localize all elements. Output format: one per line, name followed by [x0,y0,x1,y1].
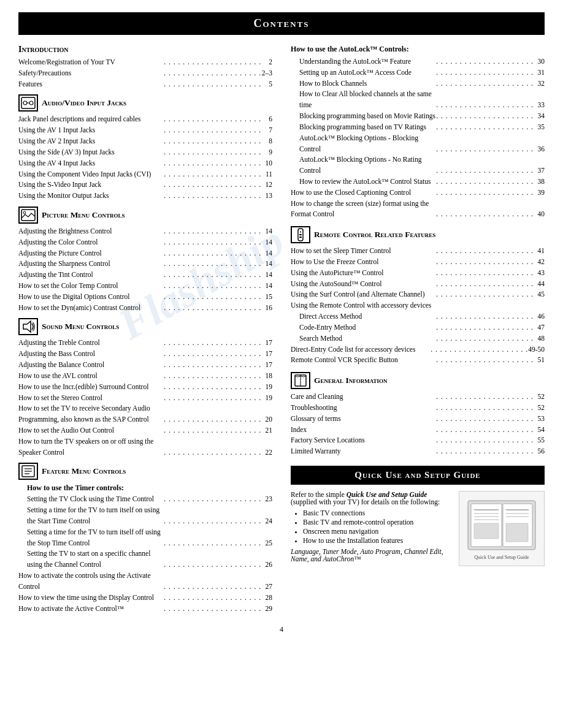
toc-entry: Setting a time for the TV to turn itself… [18,505,272,527]
picture-icon [18,207,38,224]
toc-entry: Jack Panel descriptions and required cab… [18,114,272,125]
autolock-subheader: How to use the AutoLock™ Controls: [291,45,545,54]
toc-dots-page: . . . . . . . . . . . . . . . . . . . . … [436,246,545,257]
toc-page-num: 45 [534,289,545,300]
svg-point-1 [23,101,27,105]
toc-entry: How to use the Incr.(edible) Surround Co… [18,382,272,393]
quick-use-intro-prefix: Refer to the simple [291,491,347,498]
toc-dots-page: . . . . . . . . . . . . . . . . . . . . … [436,425,545,436]
quick-use-intro-rest: (supplied with your TV) for details on t… [291,498,440,506]
toc-dots: . . . . . . . . . . . . . . . . . . . . … [164,338,261,349]
toc-dots-page: . . . . . . . . . . . . . . . . . . . . … [164,237,272,248]
toc-entry: Safety/Precautions . . . . . . . . . . .… [18,68,272,79]
toc-entry: How to set the TV to receive Secondary A… [18,403,272,425]
toc-page-num: 2–3 [261,68,272,79]
toc-entry: Using the S-Video Input Jack . . . . . .… [18,180,272,191]
toc-dots: . . . . . . . . . . . . . . . . . . . . … [164,593,261,604]
toc-entry: Using the AV 2 Input Jacks . . . . . . .… [18,136,272,147]
toc-page-num: 14 [261,226,272,237]
feature-entries: Setting the TV Clock using the Time Cont… [18,494,272,614]
toc-dots-page: . . . . . . . . . . . . . . . . . . . . … [436,446,545,457]
toc-dots-page: . . . . . . . . . . . . . . . . . . . . … [436,154,545,176]
toc-dots: . . . . . . . . . . . . . . . . . . . . … [164,292,261,303]
toc-label: How to turn the TV speakers on or off us… [18,436,164,458]
section-feature-menu: Feature Menu Controls [18,463,272,480]
quick-use-section: Refer to the simple Quick Use and Setup … [291,491,545,566]
toc-entry: Adjusting the Color Control . . . . . . … [18,237,272,248]
toc-label: Using the Surf Control (and Alternate Ch… [291,289,436,300]
toc-dots: . . . . . . . . . . . . . . . . . . . . … [436,333,534,344]
timer-subheader: How to use the Timer controls: [18,483,272,493]
toc-dots: . . . . . . . . . . . . . . . . . . . . … [436,188,534,199]
book-icon [291,372,310,389]
quick-use-note: Language, Tuner Mode, Auto Program, Chan… [291,548,451,563]
toc-label: Direct-Entry Code list for accessory dev… [291,344,431,355]
toc-label: How to review the AutoLock™ Control Stat… [299,176,436,188]
toc-dots-page: . . . . . . . . . . . . . . . . . . . . … [164,604,272,615]
toc-entry: Understanding the AutoLock™ Feature . . … [291,56,545,67]
toc-entry: Welcome/Registration of Your TV . . . . … [18,57,272,68]
toc-dots-page: . . . . . . . . . . . . . . . . . . . . … [164,259,272,270]
toc-page-num: 47 [534,322,545,333]
toc-page-num: 17 [261,360,272,371]
toc-label: How to set the Audio Out Control [18,425,164,436]
av-icon [18,94,38,112]
toc-dots-page: . . . . . . . . . . . . . . . . . . . . … [164,57,272,68]
toc-dots-page: . . . . . . . . . . . . . . . . . . . . … [164,360,272,371]
toc-label: Glossary of terms [291,414,436,425]
toc-dots: . . . . . . . . . . . . . . . . . . . . … [436,122,534,133]
toc-page-num: 14 [261,270,272,281]
toc-dots: . . . . . . . . . . . . . . . . . . . . … [164,169,261,180]
toc-entry: Using the Side (AV 3) Input Jacks . . . … [18,147,272,158]
page-footer: 4 [18,625,545,634]
toc-dots: . . . . . . . . . . . . . . . . . . . . … [164,114,261,125]
toc-page-num: 55 [534,435,545,446]
toc-label: How to change the screen (size) format u… [291,199,436,221]
toc-page-num: 15 [261,292,272,303]
section-picture-menu: Picture Menu Controls [18,207,272,224]
remote-icon [291,226,310,243]
section-introduction: Introduction [18,45,272,55]
toc-label: Remote Control VCR Specific Button [291,355,436,366]
toc-label: How to Block Channels [299,78,436,89]
toc-entry: How to set the Sleep Timer Control . . .… [291,246,545,257]
toc-dots-page: . . . . . . . . . . . . . . . . . . . . … [164,527,272,549]
toc-label: Index [291,425,436,436]
toc-page-num: 56 [534,446,545,457]
toc-dots: . . . . . . . . . . . . . . . . . . . . … [164,79,261,90]
toc-dots: . . . . . . . . . . . . . . . . . . . . … [436,144,534,155]
toc-label: How to Use the Freeze Control [291,257,436,268]
toc-entry: How to use the AVL control . . . . . . .… [18,371,272,382]
toc-label: Blocking programming based on TV Ratings [299,122,436,133]
toc-entry: Using the AutoPicture™ Control . . . . .… [291,268,545,279]
toc-dots-page: . . . . . . . . . . . . . . . . . . . . … [164,571,272,593]
section-label: Audio/Video Input Jacks [42,98,126,108]
toc-label: Adjusting the Bass Control [18,349,164,360]
toc-page-num: 13 [261,191,272,202]
toc-entry: How to activate the controls using the A… [18,571,272,593]
toc-entry: Using the Remote Control with accessory … [291,300,545,311]
feature-icon [18,463,38,480]
toc-page-num: 42 [534,257,545,268]
toc-dots: . . . . . . . . . . . . . . . . . . . . … [436,209,534,220]
sound-icon [18,318,38,335]
toc-entry: Using the AutoSound™ Control . . . . . .… [291,279,545,290]
toc-page-num: 25 [261,538,272,549]
toc-page-num: 14 [261,237,272,248]
toc-page-num: 16 [261,303,272,314]
image-caption: Quick Use and Setup Guide [474,555,529,560]
general-entries: Care and Cleaning . . . . . . . . . . . … [291,392,545,457]
toc-dots-page: . . . . . . . . . . . . . . . . . . . . … [436,279,545,290]
toc-dots-page: . . . . . . . . . . . . . . . . . . . . … [164,505,272,527]
toc-label: Using the Remote Control with accessory … [291,300,545,311]
quick-use-italic-note: Language, Tuner Mode, Auto Program, Chan… [291,548,443,563]
toc-label: How to use the Closed Captioning Control [291,188,436,199]
toc-dots: . . . . . . . . . . . . . . . . . . . . … [164,136,261,147]
toc-entry: How to Block Channels . . . . . . . . . … [291,78,545,89]
toc-page-num: 19 [261,382,272,393]
toc-label: Using the AutoPicture™ Control [291,268,436,279]
toc-label: How to set the Color Temp Control [18,281,164,292]
toc-dots-page: . . . . . . . . . . . . . . . . . . . . … [164,371,272,382]
toc-label: How to set the Dyn(amic) Contrast Contro… [18,303,164,314]
toc-page-num: 22 [261,447,272,458]
